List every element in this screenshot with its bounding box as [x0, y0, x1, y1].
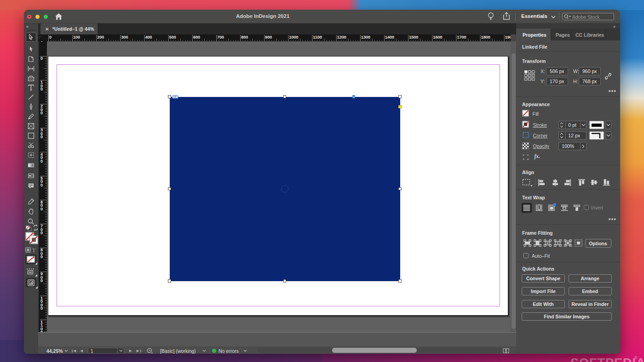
svg-text:T: T: [32, 248, 35, 253]
